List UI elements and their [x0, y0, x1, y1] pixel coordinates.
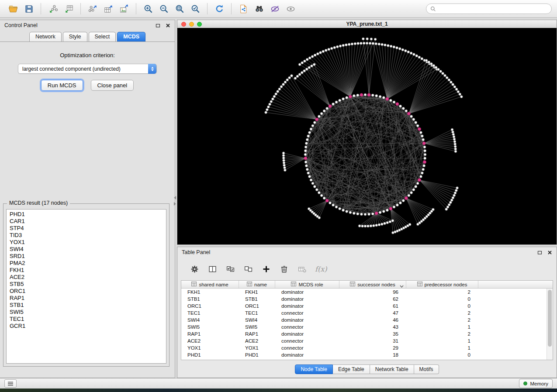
table-row[interactable]: FKH1FKH1dominator962 [181, 289, 547, 296]
import-table-button[interactable] [62, 2, 76, 16]
float-panel-icon[interactable] [156, 23, 160, 28]
table-row[interactable]: SWI5SWI5connector431 [181, 323, 547, 330]
settings-button[interactable] [190, 264, 199, 274]
mcds-result-item[interactable]: TEC1 [10, 316, 166, 323]
table-row[interactable]: STB1STB1dominator620 [181, 296, 547, 303]
tab-motifs[interactable]: Motifs [414, 364, 439, 374]
table-cell: SWI5 [239, 324, 275, 330]
tab-mcds[interactable]: MCDS [117, 32, 145, 41]
collapse-left-icon[interactable] [174, 196, 176, 199]
save-button[interactable] [22, 2, 36, 16]
zoom-in-button[interactable] [141, 2, 155, 16]
tab-node-table[interactable]: Node Table [295, 364, 333, 374]
table-cell: SWI5 [181, 324, 239, 330]
export-image-button[interactable] [117, 2, 131, 16]
zoom-selected-button[interactable] [188, 2, 202, 16]
column-header-shared-name[interactable]: shared name [181, 281, 239, 288]
table-row[interactable]: SWI4SWI4dominator462 [181, 316, 547, 323]
column-header-mcds-role[interactable]: MCDS role [275, 281, 339, 288]
tab-network[interactable]: Network [29, 32, 62, 41]
mcds-result-item[interactable]: YOX1 [10, 239, 166, 246]
tab-edge-table[interactable]: Edge Table [333, 364, 370, 374]
column-header-name[interactable]: name [239, 281, 275, 288]
table-cell: 62 [339, 296, 406, 302]
close-panel-icon[interactable] [166, 23, 170, 28]
table-cell: 1 [406, 345, 478, 351]
tab-style[interactable]: Style [63, 32, 87, 41]
search-box[interactable] [426, 3, 552, 14]
mcds-result-item[interactable]: STB1 [10, 302, 166, 309]
search-input[interactable] [439, 5, 547, 12]
mcds-result-item[interactable]: SWI5 [10, 309, 166, 316]
table-cell: SWI4 [181, 317, 239, 323]
refresh-button[interactable] [212, 2, 226, 16]
status-menu-button[interactable] [4, 379, 17, 388]
hide-columns-button[interactable] [297, 264, 307, 274]
zoom-fit-button[interactable] [173, 2, 187, 16]
criterion-dropdown[interactable]: largest connected component (undirected) [18, 64, 157, 74]
memory-button[interactable]: Memory [519, 379, 553, 388]
run-mcds-button[interactable]: Run MCDS [41, 80, 83, 91]
table-icon [191, 282, 197, 287]
panel-splitter[interactable] [173, 195, 176, 206]
mcds-result-item[interactable]: RAP1 [10, 295, 166, 302]
network-window-titlebar[interactable]: YPA_prune.txt_1 [177, 20, 557, 28]
minimize-window-icon[interactable] [189, 22, 194, 27]
select-all-button[interactable] [225, 264, 235, 274]
table-cell: RAP1 [181, 331, 239, 337]
share-document-button[interactable] [236, 2, 250, 16]
mcds-result-item[interactable]: GCR1 [10, 323, 166, 330]
collapse-right-icon[interactable] [174, 202, 176, 206]
close-window-icon[interactable] [181, 22, 186, 27]
open-button[interactable] [6, 2, 20, 16]
deselect-all-button[interactable] [243, 264, 253, 274]
table-row[interactable]: TEC1TEC1connector472 [181, 309, 547, 316]
maximize-window-icon[interactable] [197, 22, 202, 27]
mcds-result-item[interactable]: SRD1 [10, 253, 166, 260]
table-row[interactable]: YOX1YOX1connector291 [181, 344, 547, 351]
add-row-button[interactable] [261, 264, 271, 274]
mcds-result-item[interactable]: TID3 [10, 232, 166, 239]
tab-select[interactable]: Select [89, 32, 116, 41]
mcds-result-item[interactable]: PHD1 [10, 211, 166, 218]
mcds-result-item[interactable]: CAR1 [10, 218, 166, 225]
table-scrollbar[interactable] [547, 289, 553, 360]
table-cell: SWI4 [239, 317, 275, 323]
export-table-button[interactable] [101, 2, 115, 16]
table-row[interactable]: ORC1ORC1dominator610 [181, 303, 547, 309]
mcds-result-item[interactable]: ACE2 [10, 274, 166, 281]
float-table-panel-icon[interactable] [537, 250, 542, 255]
table-cell: STB1 [181, 296, 239, 302]
mcds-result-item[interactable]: FKH1 [10, 267, 166, 274]
mcds-result-item[interactable]: ORC1 [10, 288, 166, 295]
network-canvas[interactable] [177, 28, 557, 244]
annotation-eye-button[interactable] [268, 2, 282, 16]
close-panel-button[interactable]: Close panel [91, 80, 134, 91]
column-header-successor-nodes[interactable]: successor nodes [339, 281, 406, 288]
mcds-result-item[interactable]: PMA2 [10, 260, 166, 267]
network-graph[interactable] [177, 28, 557, 244]
network-title: YPA_prune.txt_1 [177, 21, 557, 27]
column-header-predecessor-nodes[interactable]: predecessor nodes [406, 281, 478, 288]
import-network-button[interactable] [46, 2, 60, 16]
sort-chevron-icon[interactable] [400, 283, 404, 288]
function-builder-button[interactable]: f(x) [315, 264, 327, 274]
zoom-out-button[interactable] [157, 2, 171, 16]
table-row[interactable]: PHD1PHD1dominator180 [181, 351, 547, 358]
search-objects-button[interactable] [252, 2, 266, 16]
table-row[interactable]: RAP1RAP1dominator352 [181, 330, 547, 337]
columns-button[interactable] [208, 264, 217, 274]
mcds-result-item[interactable]: STP4 [10, 225, 166, 232]
table-row[interactable]: ACE2ACE2connector311 [181, 337, 547, 344]
delete-row-button[interactable] [279, 264, 289, 274]
scrollbar-thumb[interactable] [548, 290, 552, 347]
main-toolbar-icons [5, 2, 298, 16]
show-graphics-button[interactable] [284, 2, 298, 16]
mcds-result-item[interactable]: SWI4 [10, 246, 166, 253]
mcds-result-list[interactable]: PHD1CAR1STP4TID3YOX1SWI4SRD1PMA2FKH1ACE2… [6, 209, 166, 364]
table-cell: 31 [339, 338, 406, 344]
close-table-panel-icon[interactable] [547, 250, 552, 255]
mcds-result-item[interactable]: STB5 [10, 281, 166, 288]
export-network-button[interactable] [86, 2, 100, 16]
tab-network-table[interactable]: Network Table [370, 364, 414, 374]
